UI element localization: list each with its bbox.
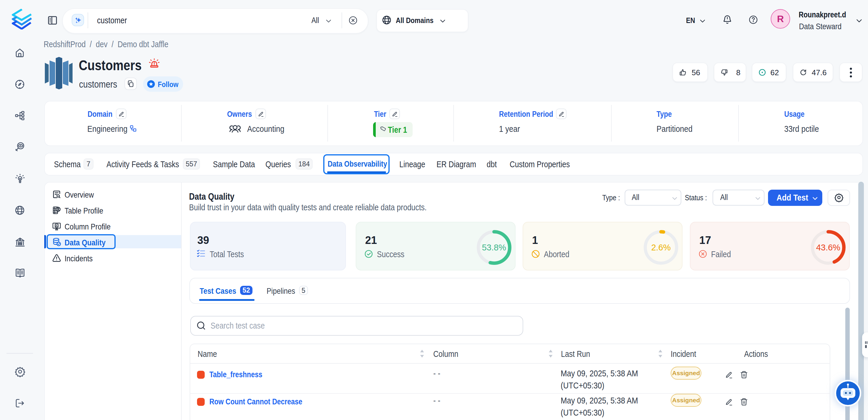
svg-text:2.6%: 2.6% (651, 243, 671, 252)
svg-text:53.8%: 53.8% (482, 243, 506, 252)
svg-text:43.6%: 43.6% (816, 243, 840, 252)
